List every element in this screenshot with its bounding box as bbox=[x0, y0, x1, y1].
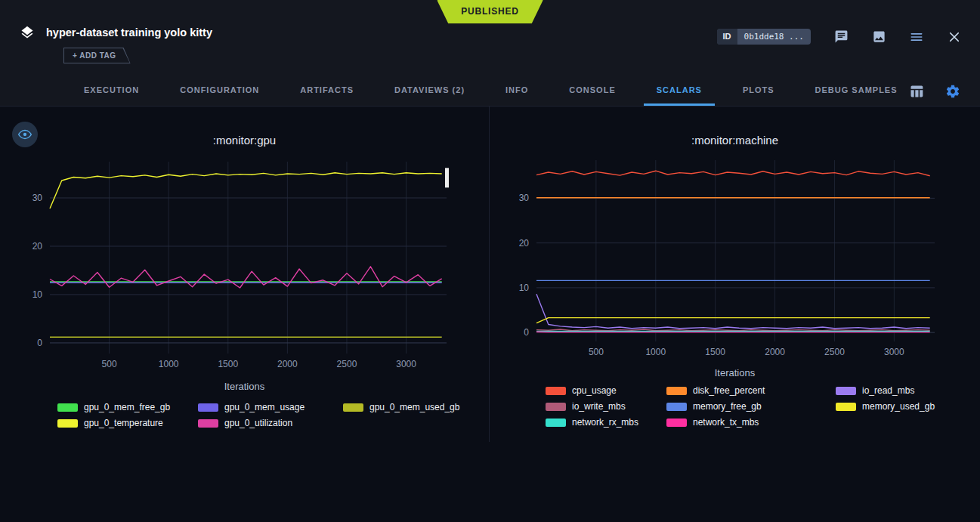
legend-label: network_rx_mbs bbox=[572, 417, 638, 428]
tag-row: + ADD TAG bbox=[63, 48, 980, 63]
legend-swatch-icon bbox=[546, 387, 566, 395]
legend-item-gpu_0_mem_used_gb[interactable]: gpu_0_mem_used_gb bbox=[343, 402, 459, 412]
id-value: 0b1dde18 ... bbox=[737, 29, 811, 45]
clearml-logo bbox=[20, 25, 35, 40]
x-axis-title-gpu: Iterations bbox=[0, 381, 489, 392]
svg-text:2500: 2500 bbox=[337, 359, 357, 369]
legend-item-io_read_mbs[interactable]: io_read_mbs bbox=[836, 385, 935, 396]
add-tag-label: + ADD TAG bbox=[64, 48, 130, 63]
svg-text:1500: 1500 bbox=[218, 359, 238, 369]
svg-text:2500: 2500 bbox=[824, 347, 845, 357]
legend-swatch-icon bbox=[57, 419, 78, 428]
tab-plots[interactable]: PLOTS bbox=[722, 74, 795, 106]
tab-scalars[interactable]: SCALARS bbox=[636, 74, 722, 106]
legend-swatch-icon bbox=[546, 419, 566, 427]
legend-label: gpu_0_mem_free_gb bbox=[84, 402, 170, 412]
menu-icon[interactable] bbox=[909, 29, 924, 45]
svg-text:20: 20 bbox=[32, 241, 43, 252]
hide-plots-button[interactable] bbox=[12, 122, 38, 147]
legend-swatch-icon bbox=[198, 403, 218, 412]
add-tag-button[interactable]: + ADD TAG bbox=[63, 48, 131, 63]
legend-label: network_tx_mbs bbox=[693, 417, 759, 428]
svg-text:30: 30 bbox=[32, 193, 43, 203]
experiment-header: PUBLISHED hyper-dataset training yolo ki… bbox=[0, 0, 980, 107]
legend-label: disk_free_percent bbox=[693, 385, 765, 396]
axis-drag-handle bbox=[445, 168, 449, 187]
legend-label: gpu_0_utilization bbox=[224, 418, 292, 428]
legend-item-cpu_usage[interactable]: cpu_usage bbox=[546, 385, 647, 396]
svg-text:1000: 1000 bbox=[645, 347, 666, 357]
table-view-icon[interactable] bbox=[909, 84, 924, 99]
svg-text:30: 30 bbox=[519, 193, 530, 203]
legend-item-gpu_0_mem_free_gb[interactable]: gpu_0_mem_free_gb bbox=[57, 402, 178, 412]
chart-title-gpu: :monitor:gpu bbox=[0, 134, 489, 147]
legend-machine: cpu_usagedisk_free_percentio_read_mbsio_… bbox=[546, 385, 980, 428]
legend-label: cpu_usage bbox=[572, 385, 617, 396]
id-label: ID bbox=[717, 29, 737, 45]
x-axis-title-machine: Iterations bbox=[490, 367, 980, 378]
svg-text:0: 0 bbox=[524, 327, 529, 338]
chart-panel-gpu: :monitor:gpu 500100015002000250030000102… bbox=[0, 107, 490, 442]
scalar-plot-machine[interactable]: 500100015002000250030000102030 bbox=[490, 153, 980, 366]
legend-item-memory_used_gb[interactable]: memory_used_gb bbox=[836, 401, 935, 412]
svg-text:1500: 1500 bbox=[705, 347, 725, 357]
tab-console[interactable]: CONSOLE bbox=[549, 74, 635, 106]
close-icon[interactable] bbox=[947, 29, 962, 45]
status-badge-published: PUBLISHED bbox=[437, 0, 543, 23]
chart-panel-machine: :monitor:machine 50010001500200025003000… bbox=[490, 107, 980, 442]
experiment-title: hyper-dataset training yolo kitty bbox=[46, 26, 212, 39]
comment-icon[interactable] bbox=[833, 29, 849, 45]
legend-swatch-icon bbox=[666, 387, 687, 395]
legend-swatch-icon bbox=[546, 403, 566, 411]
legend-swatch-icon bbox=[343, 403, 363, 412]
tab-dataviews[interactable]: DATAVIEWS (2) bbox=[374, 74, 485, 106]
legend-label: memory_used_gb bbox=[862, 401, 935, 412]
charts-grid: :monitor:gpu 500100015002000250030000102… bbox=[0, 107, 980, 442]
svg-text:2000: 2000 bbox=[765, 347, 785, 357]
svg-text:20: 20 bbox=[519, 238, 530, 249]
chart-title-machine: :monitor:machine bbox=[490, 134, 980, 147]
svg-text:0: 0 bbox=[37, 338, 42, 348]
svg-text:1000: 1000 bbox=[159, 359, 179, 369]
legend-label: memory_free_gb bbox=[693, 401, 762, 412]
tab-info[interactable]: INFO bbox=[485, 74, 549, 106]
legend-label: io_write_mbs bbox=[572, 401, 626, 412]
tab-execution[interactable]: EXECUTION bbox=[63, 74, 159, 106]
legend-label: gpu_0_mem_usage bbox=[224, 402, 305, 412]
svg-text:2000: 2000 bbox=[277, 359, 298, 369]
legend-swatch-icon bbox=[666, 403, 687, 411]
legend-item-io_write_mbs[interactable]: io_write_mbs bbox=[546, 401, 647, 412]
svg-text:3000: 3000 bbox=[884, 347, 904, 357]
legend-swatch-icon bbox=[836, 387, 856, 395]
scalar-plot-gpu[interactable]: 500100015002000250030000102030 bbox=[0, 153, 490, 379]
svg-text:500: 500 bbox=[102, 359, 117, 369]
legend-swatch-icon bbox=[198, 419, 218, 428]
tab-bar-icons bbox=[909, 84, 960, 99]
legend-item-disk_free_percent[interactable]: disk_free_percent bbox=[666, 385, 816, 396]
legend-item-gpu_0_temperature[interactable]: gpu_0_temperature bbox=[57, 418, 178, 428]
legend-item-network_tx_mbs[interactable]: network_tx_mbs bbox=[666, 417, 816, 428]
svg-text:10: 10 bbox=[32, 289, 43, 300]
settings-icon[interactable] bbox=[945, 84, 960, 99]
legend-gpu: gpu_0_mem_free_gbgpu_0_mem_usagegpu_0_me… bbox=[57, 402, 489, 428]
legend-item-network_rx_mbs[interactable]: network_rx_mbs bbox=[546, 417, 647, 428]
legend-item-memory_free_gb[interactable]: memory_free_gb bbox=[666, 401, 816, 412]
tab-bar: EXECUTIONCONFIGURATIONARTIFACTSDATAVIEWS… bbox=[63, 74, 918, 106]
legend-label: io_read_mbs bbox=[862, 385, 914, 396]
image-icon[interactable] bbox=[871, 29, 886, 45]
tab-artifacts[interactable]: ARTIFACTS bbox=[280, 74, 374, 106]
svg-text:10: 10 bbox=[519, 283, 530, 293]
tab-debug-samples[interactable]: DEBUG SAMPLES bbox=[795, 74, 918, 106]
legend-swatch-icon bbox=[836, 403, 856, 411]
legend-item-gpu_0_mem_usage[interactable]: gpu_0_mem_usage bbox=[198, 402, 323, 412]
scalars-content: :monitor:gpu 500100015002000250030000102… bbox=[0, 107, 980, 522]
legend-swatch-icon bbox=[666, 419, 687, 427]
svg-text:3000: 3000 bbox=[396, 359, 416, 369]
legend-label: gpu_0_temperature bbox=[84, 418, 163, 428]
svg-text:500: 500 bbox=[589, 347, 604, 357]
header-actions: ID 0b1dde18 ... bbox=[717, 29, 962, 45]
experiment-id-badge[interactable]: ID 0b1dde18 ... bbox=[717, 29, 811, 45]
legend-swatch-icon bbox=[57, 403, 78, 412]
legend-item-gpu_0_utilization[interactable]: gpu_0_utilization bbox=[198, 418, 323, 428]
tab-configuration[interactable]: CONFIGURATION bbox=[159, 74, 280, 106]
